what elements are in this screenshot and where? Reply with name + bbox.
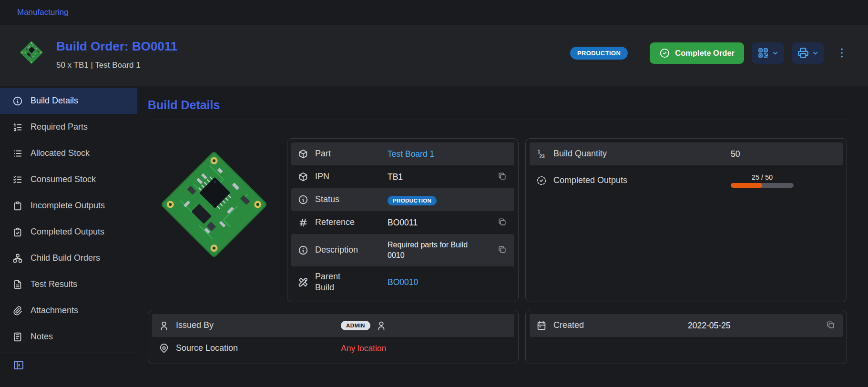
page-header: Build Order: BO0011 50 x TB1 | Test Boar…	[0, 25, 868, 86]
copy-button[interactable]	[825, 319, 836, 332]
detail-label: Issued By	[176, 320, 341, 331]
production-status-badge: PRODUCTION	[570, 47, 628, 60]
detail-value: BO0011	[388, 218, 497, 228]
detail-label: Part	[315, 148, 388, 159]
user-icon	[159, 320, 176, 331]
sidebar-item-notes[interactable]: Notes	[0, 324, 137, 350]
circle-check-icon	[659, 48, 670, 59]
sidebar-item-child-build-orders[interactable]: Child Build Orders	[0, 245, 137, 271]
sidebar-item-label: Child Build Orders	[31, 253, 100, 263]
build-quantity-value: 50	[731, 149, 836, 159]
chevron-down-icon	[812, 50, 819, 57]
numbers-123-icon: 123	[536, 149, 553, 159]
sidebar-item-label: Completed Outputs	[31, 227, 104, 237]
sidebar-item-label: Required Parts	[31, 122, 88, 132]
completed-progress-fill	[731, 183, 762, 188]
chevron-down-icon	[772, 50, 779, 57]
user-icon	[376, 320, 387, 331]
sidebar-item-label: Test Results	[31, 279, 77, 289]
info-circle-icon	[298, 245, 315, 255]
sidebar-item-completed-outputs[interactable]: Completed Outputs	[0, 219, 137, 245]
progress-track	[731, 183, 794, 188]
dots-vertical-icon	[836, 47, 848, 59]
sidebar: Build Details Required Parts Allocated S…	[0, 86, 137, 387]
sidebar-item-label: Notes	[31, 332, 53, 342]
detail-row-description: Description Required parts for Build 001…	[291, 234, 514, 266]
map-pin-icon	[159, 343, 176, 354]
detail-label: IPN	[315, 171, 388, 182]
issued-panel: Issued By ADMIN Source Location Any loca…	[148, 310, 519, 364]
part-image-preview[interactable]	[148, 138, 280, 273]
detail-value: Required parts for Build 0010	[388, 240, 480, 261]
sidebar-item-required-parts[interactable]: Required Parts	[0, 114, 137, 140]
part-link[interactable]: Test Board 1	[388, 149, 434, 159]
sidebar-item-label: Incomplete Outputs	[31, 201, 105, 211]
detail-label: Description	[315, 244, 388, 255]
page-title: Build Order: BO0011	[56, 39, 177, 54]
detail-row-reference: Reference BO0011	[291, 211, 514, 234]
hash-icon	[298, 217, 315, 228]
box-icon	[298, 149, 315, 159]
detail-row-ipn: IPN TB1	[291, 165, 514, 188]
more-actions-button[interactable]	[836, 47, 848, 59]
sitemap-icon	[12, 253, 23, 264]
build-thumbnail-image	[17, 38, 46, 67]
sidebar-item-label: Consumed Stock	[31, 174, 96, 184]
detail-label: Created	[553, 320, 688, 331]
detail-value: TB1	[388, 172, 497, 182]
main-content: Build Details Part Test Board 1	[137, 86, 868, 387]
detail-row-parent-build: Parent Build BO0010	[291, 266, 514, 298]
section-heading: Build Details	[148, 98, 847, 112]
info-circle-icon	[298, 194, 315, 205]
created-panel: Created 2022-05-25	[525, 310, 847, 364]
detail-label: Source Location	[176, 343, 341, 354]
detail-label: Build Quantity	[553, 148, 731, 159]
clipboard-icon	[12, 201, 23, 211]
list-check-icon	[12, 174, 23, 185]
sidebar-item-label: Allocated Stock	[31, 148, 90, 158]
source-location-value: Any location	[341, 344, 508, 354]
completed-outputs-row: Completed Outputs 25 / 50	[530, 165, 843, 196]
detail-row-status: Status PRODUCTION	[291, 188, 514, 211]
list-icon	[12, 148, 23, 159]
sidebar-item-test-results[interactable]: Test Results	[0, 271, 137, 297]
sidebar-collapse-icon	[13, 359, 24, 371]
paperclip-icon	[12, 306, 23, 316]
status-badge: PRODUCTION	[388, 196, 437, 205]
sidebar-item-attachments[interactable]: Attachments	[0, 297, 137, 324]
page-subtitle: 50 x TB1 | Test Board 1	[56, 61, 177, 70]
breadcrumb: Manufacturing	[0, 0, 868, 25]
file-report-icon	[12, 279, 23, 290]
completed-outputs-progress: 25 / 50	[731, 173, 794, 188]
sidebar-item-allocated-stock[interactable]: Allocated Stock	[0, 140, 137, 166]
box-icon	[298, 172, 315, 182]
barcode-actions-button[interactable]	[752, 42, 784, 64]
detail-label: Completed Outputs	[553, 175, 731, 186]
copy-button[interactable]	[497, 171, 508, 183]
copy-button[interactable]	[497, 216, 508, 229]
breadcrumb-manufacturing-link[interactable]: Manufacturing	[17, 8, 69, 17]
qrcode-icon	[757, 47, 769, 59]
printer-icon	[797, 47, 809, 59]
parent-build-link[interactable]: BO0010	[388, 277, 418, 287]
print-actions-button[interactable]	[792, 42, 824, 64]
list-numbers-icon	[12, 122, 23, 132]
build-details-panel: Part Test Board 1 IPN TB1	[287, 138, 519, 302]
sidebar-item-consumed-stock[interactable]: Consumed Stock	[0, 166, 137, 193]
info-circle-icon	[12, 96, 23, 106]
created-value: 2022-05-25	[688, 321, 825, 331]
sidebar-item-build-details[interactable]: Build Details	[0, 88, 137, 114]
build-progress-panel: 123 Build Quantity 50 Completed Outputs …	[525, 138, 847, 302]
complete-order-label: Complete Order	[675, 49, 735, 58]
issued-by-row: Issued By ADMIN	[152, 314, 514, 337]
clipboard-check-icon	[12, 227, 23, 237]
sidebar-collapse-button[interactable]	[0, 353, 26, 377]
notes-icon	[12, 332, 23, 342]
complete-order-button[interactable]: Complete Order	[650, 42, 744, 64]
sidebar-item-incomplete-outputs[interactable]: Incomplete Outputs	[0, 193, 137, 219]
sidebar-item-label: Attachments	[31, 306, 78, 316]
detail-label: Status	[315, 194, 388, 205]
admin-badge: ADMIN	[341, 321, 370, 330]
build-quantity-row: 123 Build Quantity 50	[530, 143, 843, 165]
copy-button[interactable]	[497, 244, 508, 256]
